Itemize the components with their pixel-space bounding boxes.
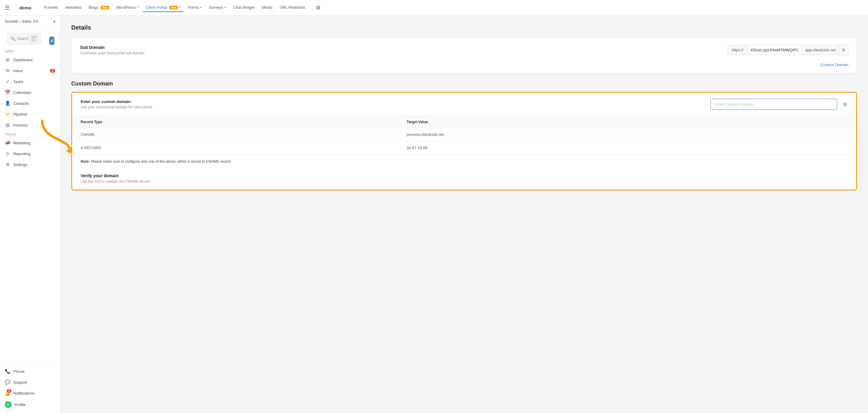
settings-gear-icon[interactable]: ⚙ bbox=[316, 4, 321, 11]
settings-icon: ⚙ bbox=[5, 162, 10, 167]
search-shortcut: ctrl K bbox=[30, 35, 37, 42]
forms-chevron: ▾ bbox=[200, 6, 202, 9]
sidebar-item-profile[interactable]: G Profile bbox=[0, 399, 60, 411]
custom-domain-copy-icon[interactable]: ⧉ bbox=[842, 100, 848, 108]
sidebar-item-phone[interactable]: 📞 Phone bbox=[0, 366, 60, 377]
sidebar-item-notifications[interactable]: 🔔 9 Notifications bbox=[0, 388, 60, 399]
nav-surveys[interactable]: Surveys ▾ bbox=[206, 3, 229, 12]
nav-items: Funnels Websites Blogs New WordPress ▾ C… bbox=[41, 3, 863, 12]
wordpress-chevron: ▾ bbox=[137, 6, 138, 9]
inbox-badge: 2 bbox=[50, 69, 55, 73]
sidebar-item-invoices[interactable]: ▤ Invoices bbox=[0, 120, 60, 130]
client-portal-chevron: ▾ bbox=[179, 6, 181, 9]
content-area: Details Sub Domain Customize your client… bbox=[60, 16, 868, 413]
details-card: Sub Domain Customize your client portal … bbox=[71, 37, 857, 73]
sidebar-item-tasks[interactable]: ✓ Tasks bbox=[0, 76, 60, 87]
support-icon: 💬 bbox=[5, 380, 10, 385]
sidebar-item-marketing[interactable]: 📣 Marketing bbox=[0, 137, 60, 148]
custom-domain-input-desc: Use your customized domain for client po… bbox=[81, 105, 706, 109]
blogs-badge: New bbox=[100, 6, 109, 9]
sidebar-item-pipeline[interactable]: ⚡ Pipeline bbox=[0, 109, 60, 120]
app-logo: demo bbox=[19, 5, 31, 10]
nav-media[interactable]: Media bbox=[259, 3, 275, 12]
nav-client-portal[interactable]: Client Portal New ▾ bbox=[143, 3, 184, 12]
surveys-chevron: ▾ bbox=[224, 6, 226, 9]
custom-domain-card: Enter your custom domain: Use your custo… bbox=[71, 92, 857, 191]
nav-blogs[interactable]: Blogs New bbox=[86, 3, 112, 12]
account-chevron-icon: ▾ bbox=[54, 19, 55, 24]
main-layout: Account -- Irvine, CA ▾ 🔍 Search ctrl K … bbox=[0, 16, 868, 413]
table-row: A RECORD 34.67.19.69 bbox=[72, 141, 856, 155]
lightning-button[interactable]: ⚡ bbox=[49, 36, 54, 45]
verify-desc: Use this tool to validate the CNAME reco… bbox=[81, 179, 848, 184]
apps-section-label: Apps bbox=[0, 47, 60, 54]
tools-section-label: Tools bbox=[0, 130, 60, 137]
verify-title: Verify your domain bbox=[81, 173, 848, 178]
nav-forms[interactable]: Forms ▾ bbox=[185, 3, 205, 12]
tasks-icon: ✓ bbox=[5, 79, 10, 84]
sidebar-item-dashboard[interactable]: ⊞ Dashboard bbox=[0, 54, 60, 65]
subdomain-prefix: https:// bbox=[727, 45, 747, 55]
sidebar-item-contacts[interactable]: 👤 Contacts bbox=[0, 98, 60, 109]
nav-funnels[interactable]: Funnels bbox=[41, 3, 61, 12]
custom-domain-link[interactable]: Custom Domain bbox=[71, 63, 857, 73]
sidebar-bottom: 📞 Phone 💬 Support 🔔 9 Notifications G Pr… bbox=[0, 363, 60, 413]
custom-domain-title: Custom Domain bbox=[71, 81, 857, 87]
table-row: CNAME preview.clientclub.net bbox=[72, 128, 856, 141]
sidebar-item-settings[interactable]: ⚙ Settings bbox=[0, 159, 60, 170]
subdomain-row: Sub Domain Customize your client portal … bbox=[71, 37, 857, 63]
top-nav: ☰ demo Funnels Websites Blogs New WordPr… bbox=[0, 0, 868, 16]
calendars-icon: 📅 bbox=[5, 90, 10, 95]
subdomain-input-group: https:// KDozLrjq14HwM7MWQiP1 app.client… bbox=[727, 45, 848, 55]
sidebar-account[interactable]: Account -- Irvine, CA ▾ bbox=[0, 16, 60, 28]
dns-type-cname: CNAME bbox=[72, 128, 398, 141]
dns-col-type: Record Type bbox=[72, 116, 398, 128]
subdomain-label: Sub Domain Customize your client portal … bbox=[80, 45, 727, 55]
subdomain-desc: Customize your client portal sub domain bbox=[80, 51, 727, 55]
search-icon: 🔍 bbox=[10, 36, 16, 41]
pipeline-icon: ⚡ bbox=[5, 112, 10, 117]
nav-wordpress[interactable]: WordPress ▾ bbox=[114, 3, 142, 12]
inbox-icon: ✉ bbox=[5, 68, 10, 73]
dns-col-value: Target Value bbox=[398, 116, 856, 128]
client-portal-badge: New bbox=[169, 6, 178, 9]
nav-chat-widget[interactable]: Chat Widget bbox=[230, 3, 258, 12]
verify-section: Verify your domain Use this tool to vali… bbox=[72, 168, 856, 190]
marketing-icon: 📣 bbox=[5, 140, 10, 146]
nav-websites[interactable]: Websites bbox=[62, 3, 84, 12]
sidebar-item-calendars[interactable]: 📅 Calendars bbox=[0, 87, 60, 98]
nav-url-redirects[interactable]: URL Redirects bbox=[277, 3, 308, 12]
subdomain-suffix: app.clientclub.net bbox=[802, 45, 839, 55]
invoices-icon: ▤ bbox=[5, 122, 10, 128]
reporting-icon: ⊙ bbox=[5, 151, 10, 156]
custom-domain-desc: Enter your custom domain: Use your custo… bbox=[81, 99, 706, 109]
dns-value-arecord: 34.67.19.69 bbox=[398, 141, 856, 155]
custom-domain-row: Enter your custom domain: Use your custo… bbox=[72, 93, 856, 116]
hamburger-icon[interactable]: ☰ bbox=[5, 4, 10, 11]
profile-avatar: G bbox=[5, 401, 11, 408]
dns-note: Note: Please make sure to configure only… bbox=[72, 154, 856, 168]
sidebar-item-inbox[interactable]: ✉ Inbox 2 bbox=[0, 65, 60, 76]
phone-icon: 📞 bbox=[5, 369, 10, 374]
subdomain-value: KDozLrjq14HwM7MWQiP1 bbox=[747, 45, 802, 55]
details-title: Details bbox=[71, 24, 857, 31]
dns-type-arecord: A RECORD bbox=[72, 141, 398, 155]
notifications-icon: 🔔 9 bbox=[5, 390, 10, 396]
sidebar: Account -- Irvine, CA ▾ 🔍 Search ctrl K … bbox=[0, 16, 60, 413]
dns-table: Record Type Target Value CNAME preview.c… bbox=[72, 116, 856, 154]
contacts-icon: 👤 bbox=[5, 100, 10, 106]
dns-value-cname: preview.clientclub.net bbox=[398, 128, 856, 141]
dns-table-wrapper: Record Type Target Value CNAME preview.c… bbox=[72, 116, 856, 154]
dns-note-strong: Note: bbox=[81, 159, 90, 164]
dashboard-icon: ⊞ bbox=[5, 57, 10, 63]
subdomain-copy-button[interactable]: ⧉ bbox=[839, 45, 848, 55]
custom-domain-input-title: Enter your custom domain: bbox=[81, 99, 706, 104]
sidebar-item-reporting[interactable]: ⊙ Reporting bbox=[0, 148, 60, 159]
sidebar-search[interactable]: 🔍 Search ctrl K bbox=[7, 33, 41, 44]
subdomain-title: Sub Domain bbox=[80, 45, 727, 50]
sidebar-item-support[interactable]: 💬 Support bbox=[0, 377, 60, 388]
custom-domain-input[interactable] bbox=[710, 99, 837, 110]
